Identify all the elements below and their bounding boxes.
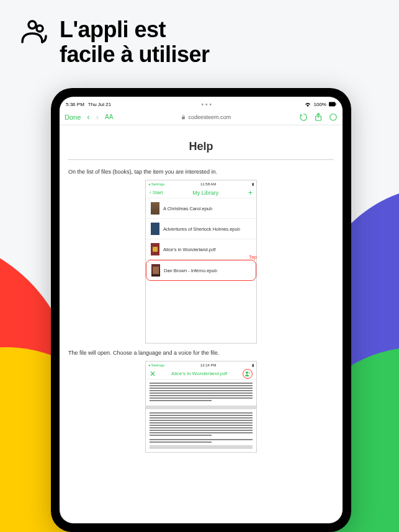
file-name: Dan Brown - Inferno.epub bbox=[164, 268, 217, 273]
ipad-device-frame: 5:36 PM Thu Jul 21 ••• 100% Done ‹ › AA … bbox=[51, 88, 351, 532]
file-name: Alice's in Wonderland.pdf bbox=[163, 247, 215, 252]
book-cover-icon bbox=[151, 243, 159, 255]
browser-nav-bar: Done ‹ › AA codeesteem.com bbox=[60, 109, 343, 125]
forward-button[interactable]: › bbox=[96, 112, 99, 122]
multitask-dots: ••• bbox=[202, 101, 214, 108]
help-heading: Help bbox=[68, 131, 334, 160]
url-text: codeesteem.com bbox=[188, 114, 231, 120]
battery-percent: 100% bbox=[314, 102, 326, 107]
book-cover-icon bbox=[151, 223, 159, 235]
close-icon: ✕ bbox=[150, 370, 156, 378]
person-voice-icon bbox=[244, 371, 251, 377]
phone2-title: Alice's in Wonderland.pdf bbox=[171, 371, 227, 376]
list-item: Alice's in Wonderland.pdf bbox=[146, 239, 256, 260]
status-time: 5:36 PM bbox=[66, 102, 84, 107]
phone1-back: ‹ Start bbox=[150, 190, 163, 195]
svg-point-0 bbox=[29, 21, 36, 29]
help-content: Help On the list of files (books), tap t… bbox=[60, 125, 343, 523]
safari-icon[interactable] bbox=[329, 113, 338, 122]
list-item: A Christmas Carol.epub bbox=[146, 198, 256, 219]
list-item-highlighted: Tap Dan Brown - Inferno.epub bbox=[146, 260, 256, 281]
phone1-battery-icon: ▮ bbox=[252, 182, 254, 186]
url-bar[interactable]: codeesteem.com bbox=[119, 114, 293, 120]
phone1-add-icon: + bbox=[248, 188, 253, 197]
status-date: Thu Jul 21 bbox=[88, 102, 111, 107]
phone1-title: My Library bbox=[192, 190, 218, 196]
phone2-settings: ◂ Settings bbox=[148, 363, 164, 367]
list-item: Adventures of Sherlock Holmes.epub bbox=[146, 219, 256, 239]
file-name: Adventures of Sherlock Holmes.epub bbox=[163, 226, 240, 232]
svg-rect-2 bbox=[329, 102, 335, 107]
svg-point-7 bbox=[246, 371, 248, 374]
people-logo-icon bbox=[17, 17, 47, 47]
help-paragraph-2: The file will open. Choose a language an… bbox=[68, 350, 334, 356]
phone1-settings: ◂ Settings bbox=[148, 182, 164, 186]
svg-rect-4 bbox=[182, 117, 185, 119]
promo-header: L'appli est facile à utiliser bbox=[0, 0, 399, 66]
reader-screenshot: ◂ Settings 12:14 PM ▮ ✕ Alice's in Wonde… bbox=[145, 361, 257, 453]
phone2-battery-icon: ▮ bbox=[252, 363, 254, 367]
text-size-button[interactable]: AA bbox=[105, 113, 113, 120]
book-text-page1 bbox=[146, 379, 256, 406]
back-button[interactable]: ‹ bbox=[87, 112, 89, 122]
help-paragraph-1: On the list of files (books), tap the it… bbox=[68, 169, 334, 175]
file-name: A Christmas Carol.epub bbox=[163, 206, 212, 211]
ipad-screen: 5:36 PM Thu Jul 21 ••• 100% Done ‹ › AA … bbox=[60, 97, 343, 523]
wifi-icon bbox=[304, 102, 312, 107]
share-icon[interactable] bbox=[314, 113, 323, 122]
phone1-time: 11:58 AM bbox=[200, 182, 216, 186]
svg-rect-3 bbox=[335, 103, 336, 105]
svg-point-6 bbox=[330, 113, 337, 120]
voice-button-highlighted bbox=[243, 369, 253, 379]
tap-annotation: Tap bbox=[249, 254, 257, 260]
book-cover-icon bbox=[151, 202, 159, 215]
headline-text: L'appli est facile à utiliser bbox=[60, 17, 210, 66]
book-text-page2 bbox=[146, 409, 256, 452]
svg-point-1 bbox=[37, 25, 43, 32]
phone2-time: 12:14 PM bbox=[200, 363, 217, 367]
library-screenshot: ◂ Settings 11:58 AM ▮ ‹ Start My Library… bbox=[145, 180, 257, 344]
battery-icon bbox=[329, 102, 336, 107]
lock-icon bbox=[181, 115, 186, 120]
book-cover-icon bbox=[151, 264, 160, 277]
refresh-icon[interactable] bbox=[299, 113, 308, 122]
status-bar: 5:36 PM Thu Jul 21 ••• 100% bbox=[60, 99, 343, 109]
done-button[interactable]: Done bbox=[65, 113, 81, 121]
